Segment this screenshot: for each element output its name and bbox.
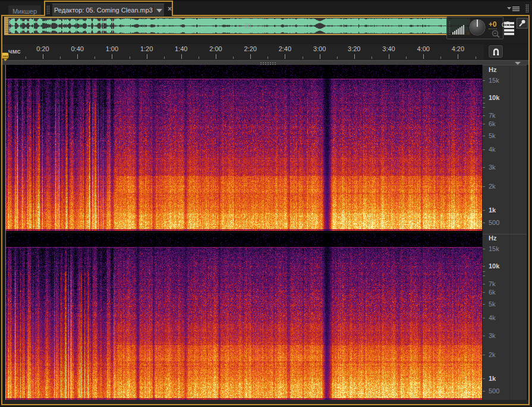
freq-label: 3k: [489, 332, 496, 339]
ruler-tick-minor: [95, 57, 95, 59]
freq-tick: [483, 98, 485, 98]
freq-label: 5k: [489, 300, 496, 308]
pushpin-icon: [517, 18, 527, 28]
ruler-tick-major: [354, 54, 355, 59]
snap-button[interactable]: [489, 45, 503, 58]
freq-label: Hz: [489, 66, 496, 73]
freq-label: Hz: [489, 234, 496, 242]
freq-label: 1k: [489, 206, 496, 214]
freq-tick: [483, 103, 485, 104]
ruler-tick-minor: [476, 57, 476, 59]
freq-tick: [483, 136, 485, 136]
freq-tick: [483, 186, 485, 187]
ruler-tick-minor: [267, 57, 268, 59]
ruler-time-label: 4:00: [410, 45, 436, 52]
freq-label: 15k: [489, 77, 499, 84]
freq-label: 500: [489, 387, 499, 395]
spectrogram-channel-2[interactable]: [5, 233, 482, 400]
freq-label: 10k: [489, 94, 499, 101]
tab-grip-icon: [46, 5, 50, 15]
freq-label: 2k: [489, 183, 496, 190]
ruler-tick-major: [112, 54, 112, 59]
magnet-icon: [492, 48, 500, 56]
tab-editor-label: Редактор: 05. Coming Clean.mp3: [54, 7, 153, 14]
freq-tick: [483, 271, 485, 272]
focus-border: [44, 1, 173, 2]
freq-tick: [483, 223, 485, 223]
horizontal-scrollbar[interactable]: [2, 60, 528, 65]
freq-tick: [483, 249, 485, 249]
freq-tick: [483, 304, 485, 305]
tab-mixer-label: Микшер: [12, 8, 37, 15]
ruler-tick-major: [43, 54, 43, 59]
freq-tick: [483, 292, 485, 293]
freq-label: 7k: [489, 280, 496, 287]
levels-list-icon[interactable]: [504, 22, 514, 35]
hud-panel: +0 dB: [446, 17, 503, 39]
ruler-time-label: 1:00: [99, 45, 125, 52]
freq-tick: [483, 318, 485, 318]
ruler-tick-major: [423, 54, 424, 59]
ruler-tick-minor: [337, 57, 338, 59]
spectrogram-channel-1[interactable]: [5, 65, 482, 231]
ruler-tick-minor: [440, 57, 441, 59]
freq-label: 500: [489, 219, 499, 226]
freq-label: 15k: [489, 245, 499, 252]
freq-label: 6k: [489, 120, 496, 127]
ruler-tick-minor: [164, 57, 165, 59]
freq-tick: [483, 378, 485, 379]
ruler-tick-minor: [199, 57, 199, 59]
audition-editor-panel: Микшер Редактор: 05. Coming Clean.mp3 × …: [0, 0, 532, 407]
freq-tick: [483, 80, 485, 81]
level-bars-icon: [452, 24, 467, 35]
ruler-tick-minor: [406, 57, 407, 59]
ruler-time-label: 2:20: [237, 45, 263, 52]
freq-label: 4k: [489, 146, 496, 153]
ruler-tick-minor: [372, 57, 372, 59]
freq-tick: [483, 107, 485, 108]
ruler-tick-major: [285, 54, 285, 59]
ruler-tick-minor: [130, 57, 130, 59]
ruler-tick-major: [389, 54, 389, 59]
selection-left-handle[interactable]: [5, 18, 8, 34]
ruler-tick-minor: [233, 57, 234, 59]
pin-button[interactable]: [517, 18, 528, 29]
tab-editor[interactable]: Редактор: 05. Coming Clean.mp3: [52, 4, 165, 17]
freq-label: 4k: [489, 314, 496, 321]
ruler-time-label: 0:40: [64, 45, 90, 52]
ruler-tick-major: [181, 54, 182, 59]
ruler-tick-major: [458, 54, 458, 59]
ruler-time-label: 4:20: [445, 45, 471, 52]
freq-tick: [483, 115, 485, 116]
tab-dropdown-icon[interactable]: [156, 9, 162, 12]
ruler-tick-major: [77, 54, 78, 59]
ruler-time-label: 2:40: [272, 45, 298, 52]
ruler-tick-minor: [303, 57, 303, 59]
ruler-time-label: 1:20: [134, 45, 160, 52]
ruler-time-label: 0:20: [30, 45, 56, 52]
frequency-scale: Hz15k10k7k6k5k4k3k2k1k500Hz15k10k7k6k5k4…: [483, 65, 527, 404]
ruler-time-label: 3:40: [376, 45, 402, 52]
ruler-tick-major: [216, 54, 216, 59]
ruler-tick-minor: [26, 57, 26, 59]
timeline-ruler[interactable]: чмс 0:200:401:001:201:402:002:202:403:00…: [2, 44, 484, 60]
playhead-line: [5, 65, 6, 400]
ruler-tick-major: [147, 54, 147, 59]
panel-menu-icon[interactable]: [507, 5, 520, 12]
freq-label: 5k: [489, 132, 496, 139]
freq-tick: [483, 266, 485, 267]
freq-tick: [483, 167, 485, 168]
hud-grip-icon[interactable]: [449, 21, 451, 35]
gain-db-value[interactable]: +0: [489, 20, 497, 29]
freq-tick: [483, 355, 485, 355]
ruler-tick-minor: [60, 57, 61, 59]
freq-tick: [483, 149, 485, 150]
freq-tick: [483, 210, 485, 211]
overview-center-grip-icon[interactable]: [245, 23, 252, 29]
ruler-tick-major: [320, 54, 320, 59]
magnifier-minus-icon[interactable]: [491, 30, 502, 38]
overview-selection[interactable]: [4, 17, 470, 35]
freq-label: 7k: [489, 112, 496, 119]
gain-knob[interactable]: [468, 18, 486, 36]
waveform-overview[interactable]: [9, 18, 470, 34]
